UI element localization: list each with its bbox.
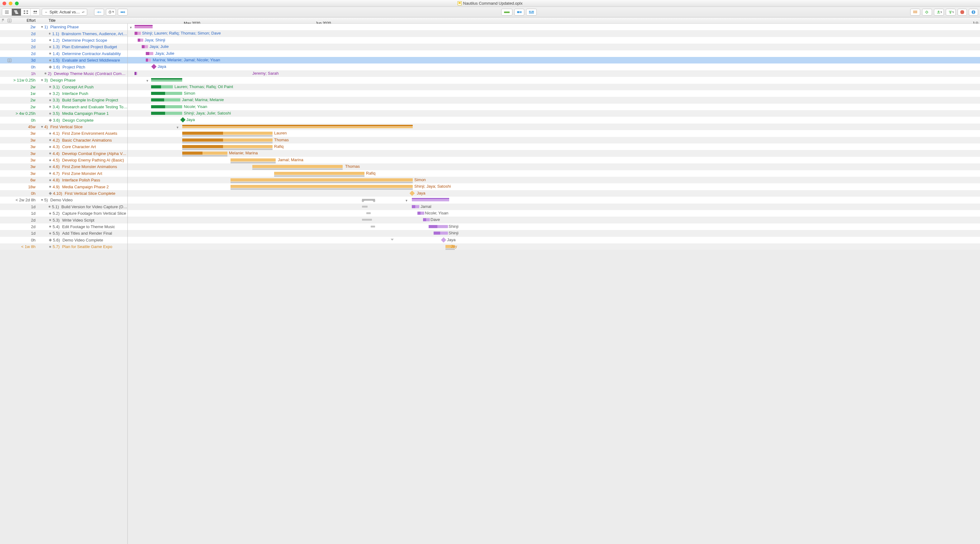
task-bar[interactable] — [423, 218, 430, 221]
note-cell[interactable] — [6, 59, 13, 62]
task-bar[interactable] — [146, 59, 151, 62]
task-bar[interactable] — [231, 178, 413, 181]
view-resources-button[interactable] — [30, 9, 40, 16]
critical-path-button[interactable] — [922, 9, 932, 16]
outline-pane[interactable]: 2w▼1)Planning Phase2d1.1)Brainstorm Them… — [0, 24, 128, 544]
milestone-diamond[interactable] — [441, 237, 446, 243]
gantt-row[interactable]: Jamal — [128, 203, 980, 210]
gantt-row[interactable]: Lauren; Thomas; Rafiq; Oil Paint — [128, 84, 980, 90]
task-row[interactable]: 2w▼1)Planning Phase — [0, 24, 127, 30]
gantt-row[interactable]: Shinji — [128, 230, 980, 236]
flag-column-icon[interactable] — [0, 18, 6, 23]
task-bar[interactable] — [151, 112, 182, 115]
task-row[interactable]: 6w4.8)Interface Polish Pass — [0, 177, 127, 183]
task-bar[interactable] — [417, 212, 424, 215]
gantt-row[interactable]: Shinji; Jaya; Julie; Satoshi — [128, 110, 980, 117]
task-row[interactable]: 3w4.6)First Zone Monster Animations — [0, 163, 127, 170]
gantt-row[interactable]: Simon — [128, 90, 980, 97]
task-bar[interactable] — [182, 152, 228, 155]
task-bar[interactable] — [151, 92, 182, 95]
summary-bar-planned[interactable] — [151, 80, 182, 81]
task-bar[interactable] — [146, 52, 153, 55]
task-bar[interactable] — [434, 232, 448, 235]
gantt-row[interactable]: Thomas — [128, 137, 980, 143]
reschedule-button[interactable] — [514, 9, 524, 16]
task-row[interactable]: < 1w 8h5.7)Plan for Seattle Game Expo — [0, 243, 127, 250]
gantt-pane[interactable]: ▼Shinji; Lauren; Rafiq; Thomas; Simon; D… — [128, 24, 980, 544]
summary-bar-planned[interactable] — [412, 200, 449, 201]
gantt-row[interactable]: Melanie; Marina — [128, 150, 980, 157]
view-outline-button[interactable] — [2, 9, 11, 16]
gantt-row[interactable]: ▼ — [128, 197, 980, 203]
task-bar[interactable] — [231, 185, 413, 188]
summary-bar-actual[interactable] — [182, 125, 413, 126]
task-row[interactable]: 3w4.7)First Zone Monster Art — [0, 170, 127, 177]
task-bar[interactable] — [151, 98, 180, 102]
gantt-row[interactable]: Jaya — [128, 117, 980, 123]
export-dropdown[interactable]: ▾ — [946, 9, 956, 16]
zoom-button[interactable] — [15, 2, 19, 5]
gantt-row[interactable]: Shinji; Lauren; Rafiq; Thomas; Simon; Da… — [128, 30, 980, 37]
gantt-row[interactable]: Jaya; Shinji — [128, 37, 980, 44]
task-bar[interactable] — [142, 45, 148, 48]
task-row[interactable]: 0h4.10)First Vertical Slice Complete — [0, 190, 127, 197]
dates-button[interactable] — [910, 9, 920, 16]
info-dropdown[interactable]: i▾ — [106, 9, 116, 16]
summary-bar-actual[interactable] — [412, 198, 449, 200]
task-row[interactable]: < 2w 2d 8h▼5)Demo Video — [0, 197, 127, 203]
task-row[interactable]: 2d5.3)Write Video Script — [0, 217, 127, 223]
inspector-button[interactable]: i — [969, 9, 978, 16]
effort-column-header[interactable]: Effort — [13, 18, 37, 23]
gantt-row[interactable]: Marina; Melanie; Jamal; Nicole; Yisan — [128, 57, 980, 63]
task-row[interactable]: 3w4.1)First Zone Environment Assets — [0, 130, 127, 136]
gantt-row[interactable]: Jamal; Marina — [128, 157, 980, 163]
task-row[interactable]: 3w4.3)Core Character Art — [0, 143, 127, 150]
task-row[interactable]: 45w▼4)First Vertical Slice — [0, 124, 127, 130]
view-network-button[interactable] — [21, 9, 30, 16]
gantt-row[interactable]: Nicole; Yisan — [128, 210, 980, 217]
task-row[interactable]: 3d1.5)Evaluate and Select Middleware — [0, 57, 127, 63]
gantt-caret[interactable]: ▼ — [129, 26, 132, 29]
summary-bar-actual[interactable] — [135, 25, 153, 27]
task-bar[interactable] — [135, 32, 141, 35]
gantt-caret[interactable]: ▼ — [405, 199, 408, 202]
milestone-diamond[interactable] — [410, 190, 415, 196]
task-bar[interactable] — [182, 145, 272, 148]
gantt-row[interactable]: Dave — [128, 217, 980, 223]
gantt-row[interactable]: Jaya; Julie — [128, 51, 980, 57]
stop-button[interactable] — [958, 9, 967, 16]
task-row[interactable]: 18w4.9)Media Campaign Phase 2 — [0, 183, 127, 190]
task-row[interactable]: 1d5.5)Add Titles and Render Final — [0, 230, 127, 236]
task-bar[interactable] — [231, 159, 276, 162]
summary-bar-actual[interactable] — [151, 78, 182, 80]
disclosure-caret[interactable]: ▼ — [40, 78, 44, 82]
task-bar[interactable] — [135, 72, 137, 75]
task-row[interactable]: 3w4.2)Basic Character Animations — [0, 137, 127, 143]
title-column-header[interactable]: Title — [37, 18, 128, 23]
task-row[interactable]: 1h2)Develop Theme Music (Contract Compos… — [0, 70, 127, 77]
gantt-caret[interactable]: ▼ — [146, 79, 149, 82]
gantt-row[interactable]: Jay — [128, 243, 980, 250]
gantt-row[interactable]: Thomas — [128, 163, 980, 170]
task-row[interactable]: 3w4.4)Develop Combat Engine (Alpha Ver.) — [0, 150, 127, 157]
summary-bar-planned[interactable] — [135, 27, 153, 28]
task-bar[interactable] — [412, 205, 419, 208]
task-row[interactable]: 1w3.2)Interface Push — [0, 90, 127, 97]
gantt-row[interactable]: Shinji; Jaya; Satoshi — [128, 183, 980, 190]
milestone-diamond[interactable] — [180, 117, 186, 123]
gantt-row[interactable]: Simon — [128, 177, 980, 183]
gantt-row[interactable]: ▼ — [128, 124, 980, 130]
disclosure-caret[interactable]: ▼ — [40, 25, 44, 29]
gantt-row[interactable]: Lauren — [128, 130, 980, 136]
task-row[interactable]: 3w4.5)Develop Enemy Pathing AI (Basic) — [0, 157, 127, 163]
task-row[interactable]: 1d5.2)Capture Footage from Vertical Slic… — [0, 210, 127, 217]
import-dropdown[interactable]: ▾ — [934, 9, 944, 16]
close-button[interactable] — [3, 2, 6, 5]
task-bar[interactable] — [182, 132, 272, 135]
milestone-diamond[interactable] — [151, 64, 157, 70]
task-bar[interactable] — [151, 85, 173, 88]
minimize-button[interactable] — [9, 2, 13, 5]
task-row[interactable]: 2d5.4)Edit Footage to Theme Music — [0, 224, 127, 230]
link-button[interactable] — [94, 9, 104, 16]
task-row[interactable]: 1d1.2)Determine Project Scope — [0, 37, 127, 44]
